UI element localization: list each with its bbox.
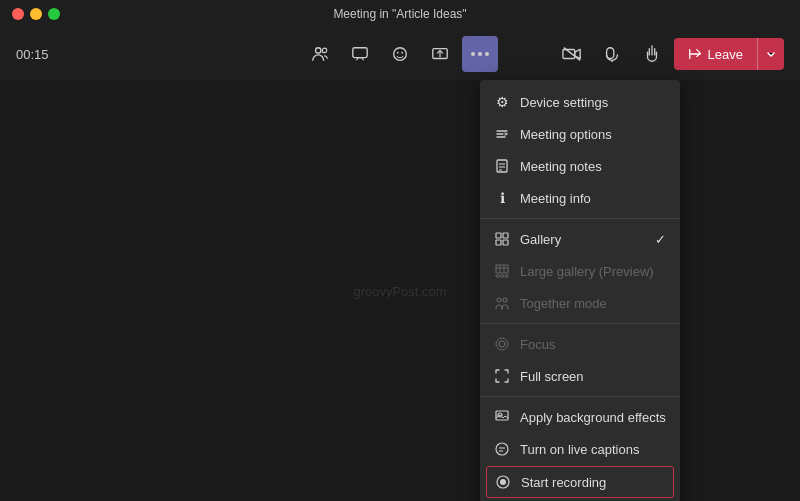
timer: 00:15 [16,47,49,62]
divider-1 [480,218,680,219]
menu-item-meeting-options[interactable]: Meeting options [480,118,680,150]
divider-3 [480,396,680,397]
start-recording-icon [495,474,511,490]
svg-point-30 [499,341,505,347]
menu-item-gallery[interactable]: Gallery ✓ [480,223,680,255]
svg-rect-19 [496,240,501,245]
menu-item-full-screen[interactable]: Full screen [480,360,680,392]
full-screen-icon [494,368,510,384]
svg-rect-21 [496,265,508,273]
menu-item-together-mode: Together mode [480,287,680,319]
large-gallery-icon [494,263,510,279]
watermark: groovyPost.com [353,283,446,298]
device-settings-icon: ⚙ [494,94,510,110]
svg-rect-2 [353,48,367,58]
menu-item-focus: Focus [480,328,680,360]
menu-item-live-captions[interactable]: Turn on live captions [480,433,680,465]
svg-point-38 [500,479,506,485]
toolbar: 00:15 [0,28,800,80]
svg-rect-26 [501,275,504,277]
dropdown-menu: ⚙ Device settings Meeting options [480,80,680,501]
meeting-notes-icon [494,158,510,174]
svg-point-1 [322,48,327,53]
gallery-check: ✓ [655,232,666,247]
title-bar: Meeting in "Article Ideas" [0,0,800,28]
meeting-info-icon: ℹ [494,190,510,206]
svg-rect-17 [496,233,501,238]
menu-item-start-recording[interactable]: Start recording [486,466,674,498]
share-screen-icon-btn[interactable] [422,36,458,72]
svg-point-29 [503,298,507,302]
svg-rect-25 [496,275,499,277]
svg-point-5 [401,52,403,54]
svg-point-3 [394,48,407,61]
together-mode-icon [494,295,510,311]
svg-point-4 [397,52,399,54]
menu-item-meeting-notes[interactable]: Meeting notes [480,150,680,182]
menu-item-background-effects[interactable]: Apply background effects [480,401,680,433]
audio-icon-btn[interactable] [594,36,630,72]
svg-rect-20 [503,240,508,245]
meeting-area: 00:15 [0,28,800,501]
svg-point-7 [471,52,475,56]
window-title: Meeting in "Article Ideas" [333,7,466,21]
close-button[interactable] [12,8,24,20]
more-options-icon-btn[interactable] [462,36,498,72]
reactions-icon-btn[interactable] [382,36,418,72]
menu-item-meeting-info[interactable]: ℹ Meeting info [480,182,680,214]
svg-rect-18 [503,233,508,238]
chat-icon-btn[interactable] [342,36,378,72]
meeting-options-icon [494,126,510,142]
menu-item-device-settings[interactable]: ⚙ Device settings [480,86,680,118]
focus-icon [494,336,510,352]
menu-item-large-gallery: Large gallery (Preview) [480,255,680,287]
minimize-button[interactable] [30,8,42,20]
people-icon-btn[interactable] [302,36,338,72]
background-effects-icon [494,409,510,425]
camera-icon-btn[interactable] [554,36,590,72]
svg-point-0 [316,48,321,53]
svg-point-34 [496,443,508,455]
svg-point-8 [478,52,482,56]
svg-rect-27 [505,275,508,277]
toolbar-right: Leave [554,36,784,72]
svg-point-9 [485,52,489,56]
svg-point-31 [496,338,508,350]
maximize-button[interactable] [48,8,60,20]
leave-button[interactable]: Leave [674,38,757,70]
raise-hand-icon-btn[interactable] [634,36,670,72]
toolbar-icons [302,36,498,72]
live-captions-icon [494,441,510,457]
leave-chevron-button[interactable] [757,38,784,70]
traffic-lights [0,8,60,20]
gallery-icon [494,231,510,247]
leave-btn-group: Leave [674,38,784,70]
main-content: groovyPost.com [0,80,800,501]
svg-point-28 [497,298,501,302]
divider-2 [480,323,680,324]
